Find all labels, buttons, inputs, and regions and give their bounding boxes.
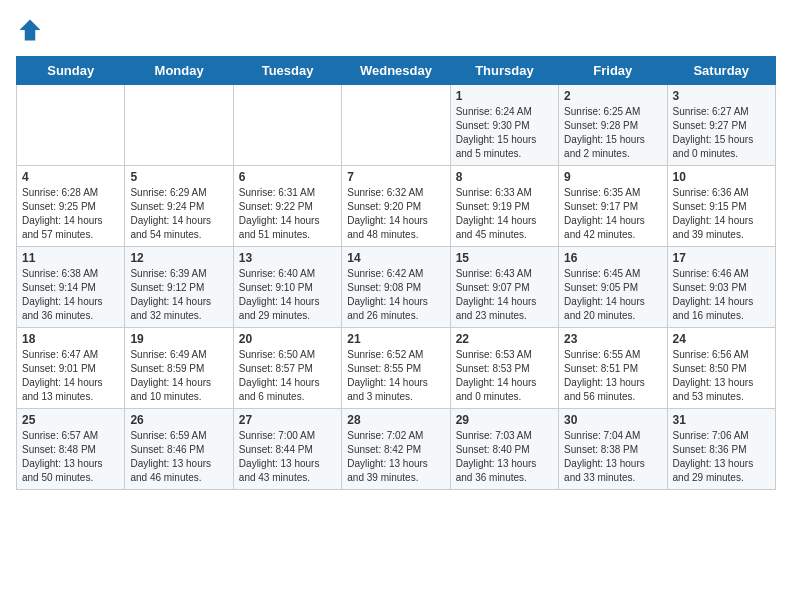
calendar-cell: 16Sunrise: 6:45 AM Sunset: 9:05 PM Dayli… [559, 247, 667, 328]
day-number: 19 [130, 332, 227, 346]
day-info: Sunrise: 6:53 AM Sunset: 8:53 PM Dayligh… [456, 348, 553, 404]
day-number: 28 [347, 413, 444, 427]
day-number: 31 [673, 413, 770, 427]
day-number: 15 [456, 251, 553, 265]
day-info: Sunrise: 7:03 AM Sunset: 8:40 PM Dayligh… [456, 429, 553, 485]
calendar-cell: 26Sunrise: 6:59 AM Sunset: 8:46 PM Dayli… [125, 409, 233, 490]
day-number: 11 [22, 251, 119, 265]
calendar-cell: 4Sunrise: 6:28 AM Sunset: 9:25 PM Daylig… [17, 166, 125, 247]
calendar-week-row: 11Sunrise: 6:38 AM Sunset: 9:14 PM Dayli… [17, 247, 776, 328]
calendar-table: SundayMondayTuesdayWednesdayThursdayFrid… [16, 56, 776, 490]
day-number: 13 [239, 251, 336, 265]
calendar-week-row: 25Sunrise: 6:57 AM Sunset: 8:48 PM Dayli… [17, 409, 776, 490]
day-number: 3 [673, 89, 770, 103]
calendar-cell: 13Sunrise: 6:40 AM Sunset: 9:10 PM Dayli… [233, 247, 341, 328]
day-number: 21 [347, 332, 444, 346]
day-info: Sunrise: 6:24 AM Sunset: 9:30 PM Dayligh… [456, 105, 553, 161]
logo-icon [16, 16, 44, 44]
calendar-cell: 14Sunrise: 6:42 AM Sunset: 9:08 PM Dayli… [342, 247, 450, 328]
calendar-cell: 27Sunrise: 7:00 AM Sunset: 8:44 PM Dayli… [233, 409, 341, 490]
day-number: 7 [347, 170, 444, 184]
day-number: 12 [130, 251, 227, 265]
day-info: Sunrise: 6:36 AM Sunset: 9:15 PM Dayligh… [673, 186, 770, 242]
calendar-header: SundayMondayTuesdayWednesdayThursdayFrid… [17, 57, 776, 85]
day-info: Sunrise: 6:47 AM Sunset: 9:01 PM Dayligh… [22, 348, 119, 404]
day-info: Sunrise: 6:28 AM Sunset: 9:25 PM Dayligh… [22, 186, 119, 242]
calendar-cell: 21Sunrise: 6:52 AM Sunset: 8:55 PM Dayli… [342, 328, 450, 409]
day-number: 30 [564, 413, 661, 427]
calendar-body: 1Sunrise: 6:24 AM Sunset: 9:30 PM Daylig… [17, 85, 776, 490]
day-info: Sunrise: 6:57 AM Sunset: 8:48 PM Dayligh… [22, 429, 119, 485]
weekday-header-sunday: Sunday [17, 57, 125, 85]
day-info: Sunrise: 6:59 AM Sunset: 8:46 PM Dayligh… [130, 429, 227, 485]
day-number: 14 [347, 251, 444, 265]
calendar-cell: 25Sunrise: 6:57 AM Sunset: 8:48 PM Dayli… [17, 409, 125, 490]
calendar-cell: 15Sunrise: 6:43 AM Sunset: 9:07 PM Dayli… [450, 247, 558, 328]
svg-marker-0 [20, 20, 41, 41]
calendar-cell: 10Sunrise: 6:36 AM Sunset: 9:15 PM Dayli… [667, 166, 775, 247]
day-number: 20 [239, 332, 336, 346]
calendar-cell: 31Sunrise: 7:06 AM Sunset: 8:36 PM Dayli… [667, 409, 775, 490]
day-number: 25 [22, 413, 119, 427]
calendar-week-row: 18Sunrise: 6:47 AM Sunset: 9:01 PM Dayli… [17, 328, 776, 409]
calendar-cell: 28Sunrise: 7:02 AM Sunset: 8:42 PM Dayli… [342, 409, 450, 490]
calendar-cell: 30Sunrise: 7:04 AM Sunset: 8:38 PM Dayli… [559, 409, 667, 490]
calendar-cell: 24Sunrise: 6:56 AM Sunset: 8:50 PM Dayli… [667, 328, 775, 409]
day-number: 22 [456, 332, 553, 346]
calendar-cell [342, 85, 450, 166]
calendar-cell: 9Sunrise: 6:35 AM Sunset: 9:17 PM Daylig… [559, 166, 667, 247]
calendar-cell: 19Sunrise: 6:49 AM Sunset: 8:59 PM Dayli… [125, 328, 233, 409]
day-info: Sunrise: 6:33 AM Sunset: 9:19 PM Dayligh… [456, 186, 553, 242]
day-number: 17 [673, 251, 770, 265]
calendar-cell: 22Sunrise: 6:53 AM Sunset: 8:53 PM Dayli… [450, 328, 558, 409]
day-info: Sunrise: 6:38 AM Sunset: 9:14 PM Dayligh… [22, 267, 119, 323]
day-number: 2 [564, 89, 661, 103]
calendar-week-row: 4Sunrise: 6:28 AM Sunset: 9:25 PM Daylig… [17, 166, 776, 247]
calendar-cell: 7Sunrise: 6:32 AM Sunset: 9:20 PM Daylig… [342, 166, 450, 247]
day-info: Sunrise: 6:42 AM Sunset: 9:08 PM Dayligh… [347, 267, 444, 323]
day-info: Sunrise: 6:35 AM Sunset: 9:17 PM Dayligh… [564, 186, 661, 242]
calendar-cell: 8Sunrise: 6:33 AM Sunset: 9:19 PM Daylig… [450, 166, 558, 247]
calendar-cell: 1Sunrise: 6:24 AM Sunset: 9:30 PM Daylig… [450, 85, 558, 166]
day-info: Sunrise: 6:43 AM Sunset: 9:07 PM Dayligh… [456, 267, 553, 323]
day-info: Sunrise: 6:32 AM Sunset: 9:20 PM Dayligh… [347, 186, 444, 242]
day-info: Sunrise: 6:29 AM Sunset: 9:24 PM Dayligh… [130, 186, 227, 242]
calendar-cell: 29Sunrise: 7:03 AM Sunset: 8:40 PM Dayli… [450, 409, 558, 490]
day-number: 24 [673, 332, 770, 346]
calendar-cell: 2Sunrise: 6:25 AM Sunset: 9:28 PM Daylig… [559, 85, 667, 166]
calendar-cell [17, 85, 125, 166]
day-number: 10 [673, 170, 770, 184]
day-number: 1 [456, 89, 553, 103]
day-info: Sunrise: 6:52 AM Sunset: 8:55 PM Dayligh… [347, 348, 444, 404]
day-info: Sunrise: 6:40 AM Sunset: 9:10 PM Dayligh… [239, 267, 336, 323]
day-info: Sunrise: 6:55 AM Sunset: 8:51 PM Dayligh… [564, 348, 661, 404]
day-number: 16 [564, 251, 661, 265]
day-info: Sunrise: 6:49 AM Sunset: 8:59 PM Dayligh… [130, 348, 227, 404]
calendar-cell: 17Sunrise: 6:46 AM Sunset: 9:03 PM Dayli… [667, 247, 775, 328]
day-info: Sunrise: 7:04 AM Sunset: 8:38 PM Dayligh… [564, 429, 661, 485]
calendar-cell: 3Sunrise: 6:27 AM Sunset: 9:27 PM Daylig… [667, 85, 775, 166]
day-info: Sunrise: 7:00 AM Sunset: 8:44 PM Dayligh… [239, 429, 336, 485]
weekday-header-tuesday: Tuesday [233, 57, 341, 85]
day-info: Sunrise: 6:50 AM Sunset: 8:57 PM Dayligh… [239, 348, 336, 404]
weekday-header-wednesday: Wednesday [342, 57, 450, 85]
day-number: 8 [456, 170, 553, 184]
calendar-cell: 18Sunrise: 6:47 AM Sunset: 9:01 PM Dayli… [17, 328, 125, 409]
day-info: Sunrise: 7:06 AM Sunset: 8:36 PM Dayligh… [673, 429, 770, 485]
calendar-cell: 6Sunrise: 6:31 AM Sunset: 9:22 PM Daylig… [233, 166, 341, 247]
day-number: 5 [130, 170, 227, 184]
day-info: Sunrise: 6:39 AM Sunset: 9:12 PM Dayligh… [130, 267, 227, 323]
page-header [16, 16, 776, 44]
day-info: Sunrise: 7:02 AM Sunset: 8:42 PM Dayligh… [347, 429, 444, 485]
day-info: Sunrise: 6:46 AM Sunset: 9:03 PM Dayligh… [673, 267, 770, 323]
day-number: 9 [564, 170, 661, 184]
weekday-header-row: SundayMondayTuesdayWednesdayThursdayFrid… [17, 57, 776, 85]
calendar-cell [125, 85, 233, 166]
day-info: Sunrise: 6:56 AM Sunset: 8:50 PM Dayligh… [673, 348, 770, 404]
day-number: 4 [22, 170, 119, 184]
calendar-cell: 20Sunrise: 6:50 AM Sunset: 8:57 PM Dayli… [233, 328, 341, 409]
weekday-header-saturday: Saturday [667, 57, 775, 85]
weekday-header-thursday: Thursday [450, 57, 558, 85]
day-info: Sunrise: 6:27 AM Sunset: 9:27 PM Dayligh… [673, 105, 770, 161]
calendar-cell: 11Sunrise: 6:38 AM Sunset: 9:14 PM Dayli… [17, 247, 125, 328]
